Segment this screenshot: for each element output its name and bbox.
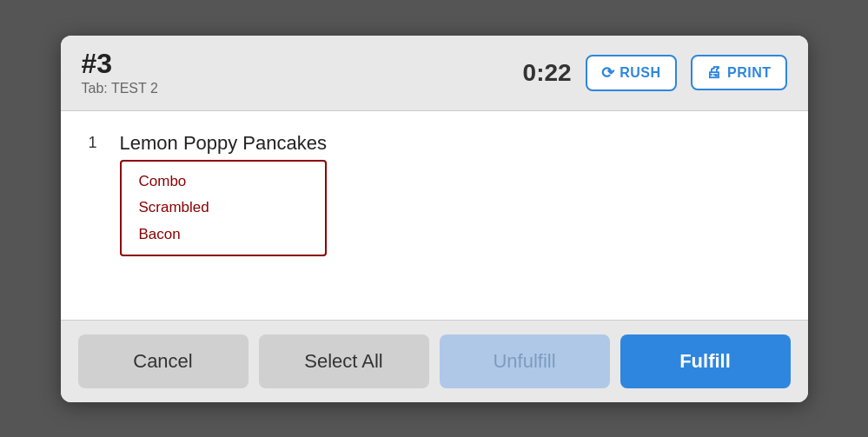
print-label: PRINT: [727, 65, 772, 81]
order-number: #3: [82, 50, 158, 77]
item-number: 1: [89, 134, 106, 152]
print-icon: 🖨: [706, 63, 723, 82]
order-body: 1 Lemon Poppy Pancakes Combo Scrambled B…: [61, 111, 808, 320]
rush-label: RUSH: [620, 65, 660, 81]
modal-header: #3 Tab: TEST 2 0:22 ⟳ RUSH 🖨 PRINT: [61, 36, 808, 111]
fulfill-button[interactable]: Fulfill: [620, 334, 791, 388]
item-name: Lemon Poppy Pancakes: [120, 132, 328, 155]
modifier-scrambled: Scrambled: [139, 195, 308, 222]
modifiers-box: Combo Scrambled Bacon: [120, 160, 328, 257]
modal-footer: Cancel Select All Unfulfill Fulfill: [61, 320, 808, 402]
rush-icon: ⟳: [601, 63, 615, 83]
modifier-bacon: Bacon: [139, 222, 308, 248]
order-info: #3 Tab: TEST 2: [82, 50, 158, 96]
unfulfill-button[interactable]: Unfulfill: [440, 334, 610, 388]
select-all-button[interactable]: Select All: [259, 334, 429, 388]
item-details: Lemon Poppy Pancakes Combo Scrambled Bac…: [120, 132, 328, 257]
order-item: 1 Lemon Poppy Pancakes Combo Scrambled B…: [89, 132, 780, 257]
print-button[interactable]: 🖨 PRINT: [691, 55, 787, 90]
rush-button[interactable]: ⟳ RUSH: [586, 55, 677, 91]
header-controls: 0:22 ⟳ RUSH 🖨 PRINT: [523, 55, 787, 91]
cancel-button[interactable]: Cancel: [78, 334, 248, 388]
modifier-combo: Combo: [139, 169, 308, 195]
order-modal: #3 Tab: TEST 2 0:22 ⟳ RUSH 🖨 PRINT 1 Lem…: [61, 36, 808, 402]
order-timer: 0:22: [523, 59, 572, 87]
order-tab: Tab: TEST 2: [82, 81, 158, 96]
